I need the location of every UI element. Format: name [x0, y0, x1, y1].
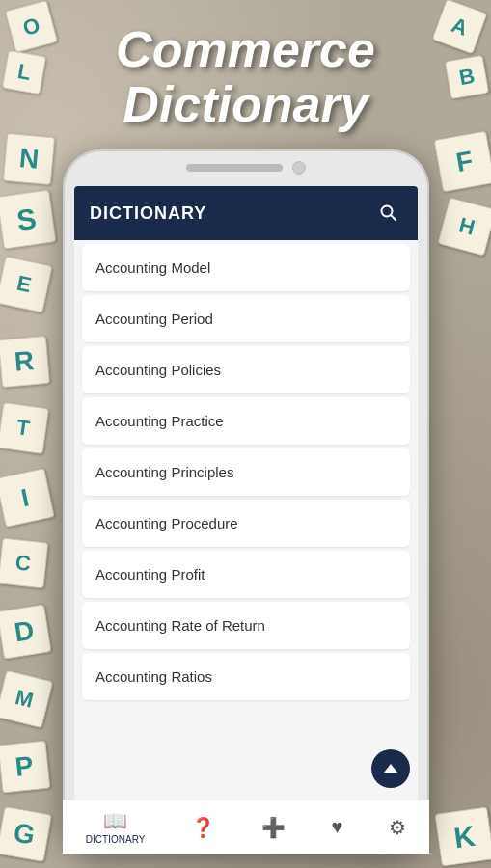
phone-top-bar [63, 149, 429, 186]
dictionary-title: DICTIONARY [90, 203, 206, 224]
bottom-navigation: 📖DICTIONARY❓➕♥⚙ [74, 800, 418, 803]
tile-decoration: C [0, 538, 48, 589]
phone-frame: DICTIONARY Accounting ModelAccounting Pe… [63, 149, 429, 854]
tile-decoration: G [0, 806, 52, 862]
phone-screen: DICTIONARY Accounting ModelAccounting Pe… [74, 186, 418, 803]
list-item[interactable]: Accounting Rate of Return [82, 602, 410, 649]
list-item[interactable]: Accounting Model [82, 244, 410, 291]
list-item[interactable]: Accounting Period [82, 295, 410, 342]
app-header: Commerce Dictionary [0, 0, 491, 154]
dictionary-header: DICTIONARY [74, 186, 418, 240]
camera-dot [292, 161, 306, 175]
list-item[interactable]: Accounting Policies [82, 346, 410, 393]
app-title: Commerce Dictionary [116, 22, 375, 132]
list-item[interactable]: Accounting Practice [82, 397, 410, 445]
list-item[interactable]: Accounting Profit [82, 551, 410, 598]
svg-line-1 [392, 216, 396, 221]
tile-decoration: K [434, 806, 491, 866]
list-item[interactable]: Accounting Ratios [82, 653, 410, 700]
tile-decoration: T [0, 402, 49, 454]
tile-decoration: D [0, 604, 52, 659]
tile-decoration: R [0, 336, 50, 388]
speaker-grille [186, 164, 283, 172]
tile-decoration: P [0, 741, 50, 794]
search-button[interactable] [375, 200, 402, 227]
tile-decoration: S [0, 189, 57, 249]
list-item[interactable]: Accounting Procedure [82, 500, 410, 547]
scroll-to-top-button[interactable] [371, 749, 410, 788]
list-item[interactable]: Accounting Principles [82, 448, 410, 496]
dictionary-list: Accounting ModelAccounting PeriodAccount… [74, 240, 418, 753]
